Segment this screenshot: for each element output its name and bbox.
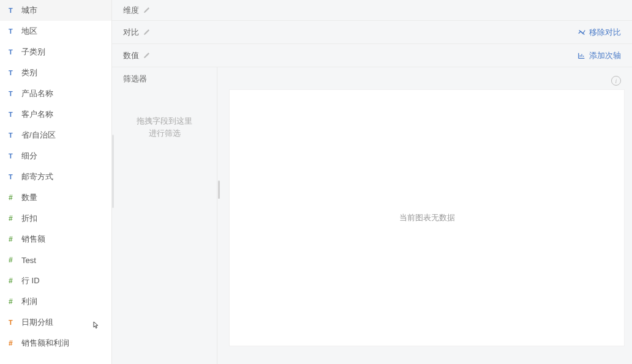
text-field-icon: T [9,28,17,35]
field-label: 行 ID [21,275,40,286]
fields-sidebar[interactable]: T城市T地区T子类别T类别T产品名称T客户名称T省/自治区T细分T邮寄方式#数量… [0,0,112,364]
field-label: 销售额和利润 [21,338,69,349]
scrollbar-thumb[interactable] [112,135,114,208]
field-label: 省/自治区 [21,130,56,141]
compare-row[interactable]: 对比 移除对比 [112,21,632,44]
field-label: 数量 [21,192,37,203]
dimension-label: 维度 [123,5,139,16]
number-field-icon: # [9,214,17,223]
value-label: 数值 [123,50,139,61]
text-field-icon: T [9,48,17,56]
field-item[interactable]: #行 ID [0,270,111,291]
filter-panel[interactable]: 筛选器 拖拽字段到这里 进行筛选 [112,67,217,364]
field-item[interactable]: #折扣 [0,208,111,229]
text-field-icon: T [9,7,17,14]
text-field-icon: T [9,132,17,139]
number-field-icon: # [9,256,17,264]
field-label: 利润 [21,296,37,307]
remove-compare-button[interactable]: 移除对比 [577,27,621,38]
number-field-icon: # [9,193,17,202]
main-area: 维度 对比 移除对比 数值 添加次轴 [112,0,632,364]
field-item[interactable]: T细分 [0,146,111,166]
add-axis-button[interactable]: 添加次轴 [577,50,621,61]
field-label: 邮寄方式 [21,171,53,182]
value-row[interactable]: 数值 添加次轴 [112,44,632,67]
field-item[interactable]: T地区 [0,21,111,42]
text-field-icon: T [9,90,17,97]
text-field-icon: T [9,111,17,118]
field-item[interactable]: T城市 [0,0,111,21]
text-field-icon: T [9,319,17,326]
number-field-icon: # [9,339,17,347]
text-field-icon: T [9,152,17,160]
dimension-row[interactable]: 维度 [112,0,632,21]
field-item[interactable]: T产品名称 [0,83,111,104]
chart-empty-text: 当前图表无数据 [399,212,455,223]
content-area: 筛选器 拖拽字段到这里 进行筛选 i 当前图表无数据 [112,67,632,364]
remove-compare-label: 移除对比 [589,27,621,38]
chart-area: i 当前图表无数据 [220,67,632,364]
filter-dropzone[interactable]: 拖拽字段到这里 进行筛选 [112,88,217,364]
compare-label: 对比 [123,27,139,38]
field-label: Test [21,256,36,265]
filter-placeholder-line2: 进行筛选 [149,127,181,139]
filter-placeholder-line1: 拖拽字段到这里 [137,115,192,127]
field-item[interactable]: T邮寄方式 [0,166,111,187]
text-field-icon: T [9,173,17,180]
field-label: 客户名称 [21,109,53,120]
number-field-icon: # [9,297,17,306]
text-field-icon: T [9,69,17,76]
field-item[interactable]: #销售额和利润 [0,333,111,354]
field-item[interactable]: T客户名称 [0,104,111,125]
field-item[interactable]: T子类别 [0,42,111,62]
field-item[interactable]: #数量 [0,187,111,208]
field-item[interactable]: T日期分组 [0,312,111,333]
field-item[interactable]: #Test [0,250,111,270]
field-label: 细分 [21,150,37,162]
filter-header: 筛选器 [112,67,217,88]
field-label: 地区 [21,26,37,37]
add-axis-label: 添加次轴 [589,50,621,61]
field-label: 折扣 [21,213,37,224]
config-rows: 维度 对比 移除对比 数值 添加次轴 [112,0,632,67]
field-item[interactable]: T省/自治区 [0,125,111,146]
pencil-icon[interactable] [143,28,151,36]
field-item[interactable]: #销售额 [0,229,111,250]
field-label: 子类别 [21,46,45,58]
number-field-icon: # [9,235,17,243]
add-axis-icon [577,51,586,60]
pencil-icon[interactable] [143,6,151,14]
field-label: 产品名称 [21,88,53,99]
field-item[interactable]: T类别 [0,62,111,83]
number-field-icon: # [9,277,17,285]
field-item[interactable]: #利润 [0,291,111,312]
chart-canvas: 当前图表无数据 [229,89,625,346]
remove-compare-icon [577,28,586,37]
field-label: 类别 [21,67,37,78]
info-icon[interactable]: i [611,76,621,86]
field-label: 城市 [21,5,37,16]
pencil-icon[interactable] [143,51,151,59]
field-label: 销售额 [21,234,45,245]
field-label: 日期分组 [21,317,53,328]
